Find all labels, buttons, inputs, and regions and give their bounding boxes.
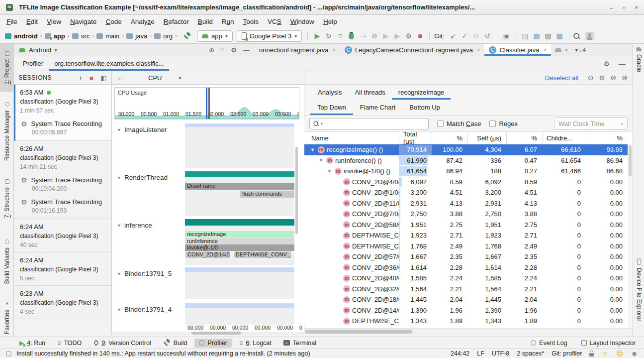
close-icon[interactable]: × [477,47,480,53]
table-row[interactable]: mCONV_2D@36/0()1,6142.281,6142.2800.00 [304,262,628,273]
apply-code-changes-icon[interactable]: ≡ [334,32,346,40]
tab-all-threads[interactable]: All threads [348,85,391,100]
trace-recording-item[interactable]: ⚙System Trace Recording [20,198,107,206]
scrollbar-thumb[interactable] [305,330,412,334]
column-header-4[interactable]: % [506,132,542,144]
trace-event-bar[interactable]: recognizeImage [185,231,294,238]
build-hammer-icon[interactable] [184,32,191,40]
sync-project-icon[interactable]: ▥ [531,32,543,40]
subtab-flame-chart[interactable]: Flame Chart [353,100,403,115]
search-everywhere-icon[interactable] [573,32,580,40]
table-row[interactable]: ▼mrecognizeImage() ()70,914100.004,3046.… [304,144,628,155]
zoom-in-icon[interactable]: ⊕ [599,74,605,82]
menu-file[interactable]: File [2,16,22,27]
debug-icon[interactable] [346,33,357,39]
menu-refactor[interactable]: Refactor [159,16,193,27]
session-item[interactable]: 6:24 AMclassification (Google Pixel 3)40… [14,219,111,252]
table-row[interactable]: mCONV_2D@11/0()2,9314.132,9314.1300.00 [304,198,628,209]
expand-arrow-icon[interactable]: ▼ [326,169,333,174]
thread-track-inference[interactable]: recognizeImagerunInferenceinvoke@-1/0CON… [185,219,294,265]
thread-state-bar[interactable] [185,267,294,272]
hide-icon[interactable]: — [243,46,250,54]
search-box[interactable]: ▾ [309,118,429,129]
toolwindow-button-4-run[interactable]: ▶4: Run [15,339,50,348]
reset-zoom-icon[interactable]: ⊘ [611,74,617,82]
trace-recording-item[interactable]: ⚙System Trace Recording [20,176,107,184]
minimize-icon[interactable]: — [619,60,626,68]
timeline-horizontal-scrollbar[interactable] [112,332,304,335]
table-row[interactable]: mCONV_2D@32/0()1,5642.211,5642.2100.00 [304,284,628,295]
status-file-encoding[interactable]: UTF-8 [492,350,509,357]
column-header-6[interactable]: % [586,132,628,144]
menu-vcs[interactable]: VCS [263,16,286,27]
selection-marker[interactable] [206,88,207,119]
breadcrumb-java[interactable]: java [126,32,147,40]
project-structure-icon[interactable]: ▣ [501,32,512,40]
thread-state-bar[interactable] [185,219,294,226]
regex-checkbox[interactable] [489,120,496,127]
editor-tab-classifier-java[interactable]: CClassifier.java× [484,44,551,56]
toolwindow-button-terminal[interactable]: >Terminal [279,339,321,348]
thread-label[interactable]: ▾Binder:13791_5 [118,270,172,277]
session-item[interactable]: 6:53 AMclassification (Google Pixel 3)1 … [14,85,111,141]
table-row[interactable]: ▼mrunInference() ()61,99087.423360.4761,… [304,155,628,166]
column-header-5[interactable]: Childre... [542,132,586,144]
scrollbar-thumb[interactable] [629,145,632,176]
table-row[interactable]: mDEPTHWISE_CONV_2D1,9232.711,9232.7100.0… [304,230,628,241]
menu-analyze[interactable]: Analyze [126,16,159,27]
toolwindow-button-todo[interactable]: ≡TODO [53,339,86,348]
locate-file-icon[interactable]: ⊕ [209,46,214,54]
trace-event-bar[interactable]: flush commands [240,191,294,198]
table-row[interactable]: mCONV_2D@58/0()1,9512.751,9512.7500.00 [304,220,628,231]
table-row[interactable]: mDEPTHWISE_CONV_2D1,7682.491,7682.4900.0… [304,241,628,252]
match-case-option[interactable]: Match Case [437,120,481,127]
toolwindow-button-layout-inspector[interactable]: Layout Inspector [577,339,640,348]
status-caret-position[interactable]: 244:42 [451,350,469,357]
hidden-tabs-button[interactable]: ▾≡4 [572,44,589,56]
status-line-separator[interactable]: LF [477,350,484,357]
subtab-bottom-up[interactable]: Bottom Up [402,100,447,115]
project-view-selector[interactable]: Android [29,46,51,54]
search-options-caret-icon[interactable]: ▾ [321,121,323,126]
session-item[interactable]: 6:24 AMclassification (Google Pixel 3)5 … [14,252,111,286]
toolwindow-button-9-version-control[interactable]: 9: Version Control [89,339,155,348]
menu-edit[interactable]: Edit [22,16,42,27]
thread-track-binder-13791-4[interactable] [185,303,294,325]
match-case-checkbox[interactable] [437,120,444,127]
breadcrumb-src[interactable]: src [72,32,90,40]
close-icon[interactable]: × [544,47,547,53]
session-item[interactable]: 6:26 AMclassification (Google Pixel 3)14… [14,141,111,219]
table-row[interactable]: mCONV_2D@1/0()3,2004.513,2004.5100.00 [304,187,628,198]
maximize-window-button[interactable]: ▫ [623,4,625,10]
breadcrumb-org[interactable]: org [154,32,173,40]
run-configuration-dropdown[interactable]: app▾ [197,30,233,42]
toolwindow-button-event-log[interactable]: Event Log [526,339,571,348]
close-icon[interactable]: × [564,46,568,54]
minimize-window-button[interactable]: – [610,4,613,10]
profiler-type-selector[interactable]: CPU ▾ [148,74,181,82]
table-row[interactable]: mCONV_2D@57/0()1,6672.351,6672.3500.00 [304,251,628,262]
happy-feedback-icon[interactable]: ☺ [601,350,608,357]
thread-label[interactable]: ▾Binder:13791_4 [118,306,172,313]
thread-label[interactable]: ▾RenderThread [118,174,168,181]
zoom-to-selection-icon[interactable]: ⊚ [622,74,628,82]
deselect-all-link[interactable]: Deselect all [545,74,578,82]
trace-event-bar[interactable]: DEPTHWISE_CONV_... [233,251,291,258]
sad-feedback-icon[interactable]: ☹ [616,350,624,357]
sidebar-item-7-structure[interactable]: 7: Structure [0,168,14,229]
attach-debugger-icon[interactable]: ⇢ [357,32,368,40]
chevron-down-icon[interactable]: ▾ [55,47,57,53]
session-item[interactable]: 6:23 AMclassification (Google Pixel 3)4 … [14,286,111,319]
breadcrumb-android[interactable]: android [5,32,38,40]
expand-arrow-icon[interactable]: ▼ [309,147,316,152]
table-row[interactable]: ▼minvoke@-1/0() ()61,65486.941880.2761,4… [304,166,628,177]
column-header-3[interactable]: Self (μs) [467,132,506,144]
menu-navigate[interactable]: Navigate [66,16,101,27]
timeline-vertical-scrollbar[interactable] [295,147,298,234]
status-indent-style[interactable]: 2 spaces* [517,350,544,357]
expand-panel-icon[interactable]: ◧ [100,74,107,82]
settings-icon[interactable]: ⚙ [231,46,237,54]
toolwindow-button-build[interactable]: Build [159,338,192,348]
run-coverage-icon[interactable]: ▶ [380,32,391,40]
menu-code[interactable]: Code [101,16,126,27]
